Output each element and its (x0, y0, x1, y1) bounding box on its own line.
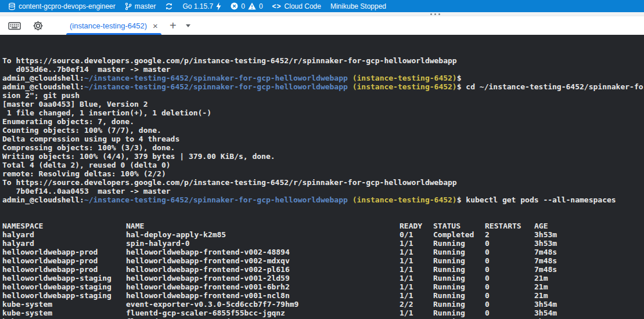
pod-cell: Running (433, 248, 485, 256)
keyboard-button[interactable] (7, 18, 22, 33)
lightning-icon (216, 2, 221, 10)
prompt-symbol-and-command: $ (457, 74, 462, 82)
cloud-shell-terminal[interactable]: To https://source.developers.google.com/… (0, 35, 644, 319)
error-count: 0 (241, 2, 245, 10)
terminal-tab-bar: (instance-testing-6452) × + (0, 16, 644, 35)
prompt-path: ~/instance-testing-6452/spinnaker-for-gc… (84, 74, 348, 82)
pod-cell: 0/1 (400, 230, 433, 239)
minikube-status[interactable]: Minikube Stopped (326, 0, 391, 12)
pod-cell: 2 (485, 230, 534, 239)
pod-cell: 1/1 (400, 291, 433, 300)
prompt-symbol-and-command: $ cd ~/instance-testing-6452/spinnaker-f… (457, 82, 643, 91)
pod-cell: 3h53m (534, 230, 644, 239)
project-indicator[interactable]: content-gcpro-devops-engineer (3, 0, 120, 12)
pod-cell: 0 (485, 239, 534, 248)
pod-cell: 1/1 (400, 282, 433, 291)
close-icon[interactable]: × (153, 21, 158, 30)
pod-cell: 1/1 (400, 274, 433, 282)
add-tab-button[interactable]: + (166, 19, 180, 32)
problems-indicator[interactable]: 0 0 (226, 0, 267, 12)
pod-cell: Running (433, 274, 485, 282)
prompt-env: (instance-testing-6452) (352, 74, 457, 82)
tab-instance-testing-6452[interactable]: (instance-testing-6452) × (66, 16, 161, 35)
pod-cell: event-exporter-v0.3.0-5cd6ccb7f7-79hm9 (126, 300, 400, 309)
ellipsis-drag-handle-icon[interactable] (430, 13, 440, 15)
terminal-text-line: Enumerating objects: 7, done. (2, 117, 644, 126)
pod-cell: Running (433, 300, 485, 309)
prompt-space (348, 195, 352, 204)
pod-cell: helloworldwebapp-prod (2, 248, 126, 256)
prompt-user: admin_@cloudshell: (2, 82, 84, 91)
pod-row: kube-systemevent-exporter-v0.3.0-5cd6ccb… (2, 300, 644, 309)
go-version-label: Go 1.15.7 (182, 2, 213, 10)
terminal-prompt-line: admin_@cloudshell:~/instance-testing-645… (2, 74, 644, 82)
git-branch-indicator[interactable]: master (120, 0, 161, 12)
pod-cell: 0 (485, 309, 534, 317)
terminal-text-line: 7b0ef14..0aa0453 master -> master (2, 187, 644, 195)
terminal-text-line: sion 2"; git push (2, 91, 644, 100)
pod-cell: helloworldwebapp-prod (2, 256, 126, 265)
pod-cell: helloworldwebapp-staging (2, 291, 126, 300)
gear-icon (33, 20, 44, 31)
database-icon (8, 2, 16, 10)
warning-count: 0 (259, 2, 263, 10)
go-version-indicator[interactable]: Go 1.15.7 (178, 0, 226, 12)
terminal-text-line: Total 4 (delta 2), reused 0 (delta 0) (2, 161, 644, 169)
pod-row: halyardspin-halyard-01/1Running03h53m (2, 239, 644, 248)
prompt-space (348, 74, 352, 82)
terminal-text-line: Compressing objects: 100% (3/3), done. (2, 143, 644, 152)
pod-row: helloworldwebapp-prodhelloworldwebapp-fr… (2, 248, 644, 256)
prompt-path: ~/instance-testing-6452/spinnaker-for-gc… (84, 82, 348, 91)
chevron-down-icon (186, 24, 190, 27)
git-branch-icon (125, 2, 132, 10)
terminal-text-line: Delta compression using up to 4 threads (2, 135, 644, 143)
pods-header-cell: NAME (126, 222, 400, 230)
pod-cell: 1/1 (400, 256, 433, 265)
prompt-space (348, 82, 352, 91)
pod-cell: fluentd-gcp-scaler-6855f55bcc-jgqnz (126, 309, 400, 317)
pods-header-cell: AGE (534, 222, 644, 230)
pod-cell: 1/1 (400, 239, 433, 248)
pod-cell: helloworldwebapp-prod (2, 265, 126, 274)
pod-cell: halyard (2, 230, 126, 239)
pod-cell: 0 (485, 265, 534, 274)
pod-cell: Running (433, 265, 485, 274)
pod-cell: spin-halyard-0 (126, 239, 400, 248)
terminal-text-line: To https://source.developers.google.com/… (2, 178, 644, 187)
pods-header-cell: RESTARTS (485, 222, 534, 230)
settings-button[interactable] (30, 18, 45, 33)
prompt-path: ~/instance-testing-6452/spinnaker-for-gc… (84, 195, 348, 204)
code-brackets-icon: <> (272, 2, 282, 10)
pod-cell: helloworldwebapp-frontend-v002-pl616 (126, 265, 400, 274)
tab-options-button[interactable] (184, 19, 193, 32)
pod-cell: Completed (433, 230, 485, 239)
terminal-text-line: d053d6e..7b0ef14 master -> master (2, 65, 644, 74)
pod-cell: 0 (485, 256, 534, 265)
minikube-status-label: Minikube Stopped (330, 2, 386, 10)
pod-cell: helloworldwebapp-frontend-v001-6brh2 (126, 282, 400, 291)
prompt-user: admin_@cloudshell: (2, 74, 84, 82)
pod-row: helloworldwebapp-staginghelloworldwebapp… (2, 282, 644, 291)
terminal-prompt-line: admin_@cloudshell:~/instance-testing-645… (2, 195, 644, 204)
prompt-env: (instance-testing-6452) (352, 195, 457, 204)
warning-triangle-icon (248, 2, 256, 10)
pod-row: helloworldwebapp-staginghelloworldwebapp… (2, 291, 644, 300)
cloud-code-indicator[interactable]: <> Cloud Code (268, 0, 326, 12)
pod-cell: Running (433, 239, 485, 248)
terminal-text-line: Counting objects: 100% (7/7), done. (2, 126, 644, 135)
active-tab-underline (66, 33, 161, 35)
pod-cell: kube-system (2, 300, 126, 309)
pod-cell: helloworldwebapp-frontend-v001-2ld59 (126, 274, 400, 282)
pod-cell: 7m48s (534, 256, 644, 265)
error-circle-icon (231, 2, 238, 10)
pod-cell: helloworldwebapp-frontend-v002-mdxqv (126, 256, 400, 265)
terminal-text-line: remote: Resolving deltas: 100% (2/2) (2, 169, 644, 178)
pod-cell: Running (433, 256, 485, 265)
pod-cell: helloworldwebapp-staging (2, 282, 126, 291)
pod-cell: 21m (534, 274, 644, 282)
sync-button[interactable] (160, 0, 178, 12)
pod-cell: Running (433, 309, 485, 317)
pod-cell: Running (433, 282, 485, 291)
pod-cell: 1/1 (400, 248, 433, 256)
project-name: content-gcpro-devops-engineer (19, 2, 116, 10)
